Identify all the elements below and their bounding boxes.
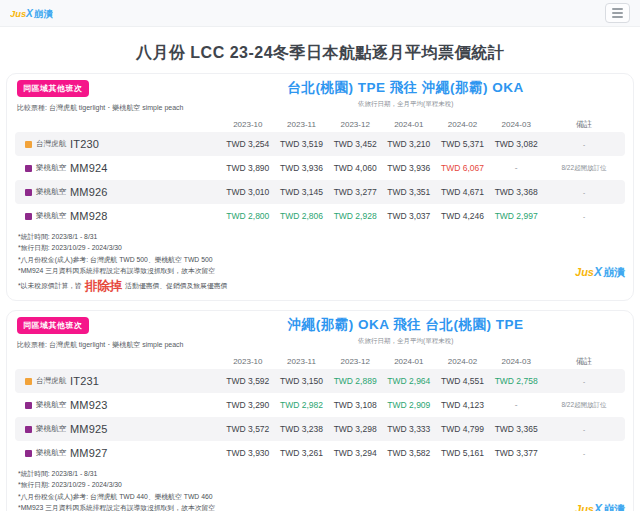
airline-color-marker bbox=[25, 165, 32, 172]
airline-name: 樂桃航空 bbox=[36, 163, 66, 173]
column-header: 2023-11 bbox=[275, 357, 329, 366]
column-header: 2024-02 bbox=[436, 120, 490, 129]
fare-cell: TWD 3,351 bbox=[382, 187, 436, 197]
airline-cell: 樂桃航空MM928 bbox=[15, 210, 221, 222]
airline-color-marker bbox=[25, 213, 32, 220]
fare-cell: TWD 3,936 bbox=[382, 163, 436, 173]
fare-cell: TWD 3,572 bbox=[221, 424, 275, 434]
fare-cell: TWD 2,982 bbox=[275, 400, 329, 410]
remark-cell: 8/22起開放訂位 bbox=[543, 164, 625, 173]
fare-cell: TWD 3,082 bbox=[489, 139, 543, 149]
route-section: 同區域其他班次比較票種: 台灣虎航 tigerlight・樂桃航空 simple… bbox=[6, 310, 634, 511]
footnote-exclude-pre: *以未稅原價計算，皆 bbox=[18, 282, 82, 291]
flight-number: MM926 bbox=[70, 186, 108, 198]
section-header-center: 沖繩(那霸) OKA 飛往 台北(桃園) TPE依旅行日期，全月平均(單程未稅) bbox=[216, 316, 625, 350]
other-flights-badge[interactable]: 同區域其他班次 bbox=[17, 317, 89, 334]
fare-cell: TWD 3,210 bbox=[382, 139, 436, 149]
flight-number: MM924 bbox=[70, 162, 108, 174]
footnote: *統計時間: 2023/8/1 - 8/31 bbox=[18, 470, 625, 479]
flight-number: IT231 bbox=[70, 375, 99, 387]
fare-cell: TWD 2,964 bbox=[382, 376, 436, 386]
airline-name: 樂桃航空 bbox=[36, 187, 66, 197]
footnote: *旅行日期: 2023/10/29 - 2024/3/30 bbox=[18, 481, 625, 490]
section-header: 同區域其他班次比較票種: 台灣虎航 tigerlight・樂桃航空 simple… bbox=[15, 79, 625, 113]
footnote: *八月份稅金(成人)參考: 台灣虎航 TWD 440、樂桃航空 TWD 460 bbox=[18, 493, 625, 502]
fare-cell: TWD 3,145 bbox=[275, 187, 329, 197]
logo-x-plane-icon: X bbox=[594, 502, 602, 511]
airline-cell: 樂桃航空MM923 bbox=[15, 399, 221, 411]
logo-brand-cn: 崩潰 bbox=[603, 266, 625, 278]
column-header: 2023-10 bbox=[221, 357, 275, 366]
airline-color-marker bbox=[25, 450, 32, 457]
airline-cell: 樂桃航空MM926 bbox=[15, 186, 221, 198]
fare-row: 台灣虎航IT231TWD 3,592TWD 3,150TWD 2,889TWD … bbox=[15, 369, 625, 393]
jusx-logo: JusX崩潰 bbox=[575, 499, 625, 511]
topbar: JusX崩潰 bbox=[0, 0, 640, 27]
column-header: 2024-03 bbox=[489, 120, 543, 129]
fare-cell: TWD 3,010 bbox=[221, 187, 275, 197]
fare-cell: TWD 4,246 bbox=[436, 211, 490, 221]
footnote-exclude-highlight: 排除掉 bbox=[85, 278, 123, 294]
flight-number: MM923 bbox=[70, 399, 108, 411]
airline-color-marker bbox=[25, 402, 32, 409]
fare-cell: TWD 3,936 bbox=[275, 163, 329, 173]
logo-x-plane-icon: X bbox=[594, 265, 602, 279]
column-header-row: 2023-102023-112023-122024-012024-022024-… bbox=[15, 353, 625, 369]
fare-cell: TWD 2,909 bbox=[382, 400, 436, 410]
fare-table: 2023-102023-112023-122024-012024-022024-… bbox=[15, 353, 625, 465]
fare-cell: TWD 3,294 bbox=[328, 448, 382, 458]
column-header: 2023-11 bbox=[275, 120, 329, 129]
fare-cell: TWD 4,671 bbox=[436, 187, 490, 197]
fare-cell: TWD 3,592 bbox=[221, 376, 275, 386]
remark-cell: - bbox=[543, 141, 625, 148]
remark-cell: - bbox=[543, 213, 625, 220]
column-header: 2024-01 bbox=[382, 120, 436, 129]
fare-cell: TWD 3,277 bbox=[328, 187, 382, 197]
logo-jus-text: Jus bbox=[575, 266, 594, 278]
route-title: 沖繩(那霸) OKA 飛往 台北(桃園) TPE bbox=[216, 316, 595, 334]
page-title: 八月份 LCC 23-24冬季日本航點逐月平均票價統計 bbox=[0, 43, 640, 64]
section-header-left: 同區域其他班次比較票種: 台灣虎航 tigerlight・樂桃航空 simple… bbox=[15, 316, 216, 350]
flight-number: IT230 bbox=[70, 138, 99, 150]
compare-fares-note: 比較票種: 台灣虎航 tigerlight・樂桃航空 simple peach bbox=[17, 340, 183, 350]
route-title: 台北(桃園) TPE 飛往 沖繩(那霸) OKA bbox=[216, 79, 595, 97]
column-header: 2024-02 bbox=[436, 357, 490, 366]
compare-fares-note: 比較票種: 台灣虎航 tigerlight・樂桃航空 simple peach bbox=[17, 103, 183, 113]
fare-cell: TWD 3,037 bbox=[382, 211, 436, 221]
airline-cell: 樂桃航空MM927 bbox=[15, 447, 221, 459]
footnote-exclude: *以未稅原價計算，皆排除掉活動優惠價、促銷價及旅展優惠價 bbox=[18, 278, 625, 294]
hamburger-icon bbox=[612, 8, 623, 10]
fare-cell: TWD 2,928 bbox=[328, 211, 382, 221]
column-header: 2024-01 bbox=[382, 357, 436, 366]
footnote: *八月份稅金(成人)參考: 台灣虎航 TWD 500、樂桃航空 TWD 500 bbox=[18, 256, 625, 265]
remark-cell: - bbox=[543, 189, 625, 196]
fare-cell: TWD 3,452 bbox=[328, 139, 382, 149]
column-header: 備註 bbox=[543, 356, 625, 367]
airline-color-marker bbox=[25, 378, 32, 385]
fare-cell: TWD 2,800 bbox=[221, 211, 275, 221]
flight-number: MM928 bbox=[70, 210, 108, 222]
airline-name: 樂桃航空 bbox=[36, 211, 66, 221]
airline-cell: 樂桃航空MM925 bbox=[15, 423, 221, 435]
route-subtitle: 依旅行日期，全月平均(單程未稅) bbox=[216, 337, 595, 346]
fare-cell: TWD 3,290 bbox=[221, 400, 275, 410]
fare-row: 樂桃航空MM923TWD 3,290TWD 2,982TWD 3,108TWD … bbox=[15, 393, 625, 417]
column-header: 2023-12 bbox=[328, 120, 382, 129]
menu-button[interactable] bbox=[605, 3, 630, 23]
fare-row: 樂桃航空MM924TWD 3,890TWD 3,936TWD 4,060TWD … bbox=[15, 156, 625, 180]
footnotes: *統計時間: 2023/8/1 - 8/31*旅行日期: 2023/10/29 … bbox=[15, 470, 625, 511]
fare-cell: TWD 5,161 bbox=[436, 448, 490, 458]
fare-cell: TWD 3,519 bbox=[275, 139, 329, 149]
footnote-exclude-post: 活動優惠價、促銷價及旅展優惠價 bbox=[125, 282, 227, 291]
other-flights-badge[interactable]: 同區域其他班次 bbox=[17, 80, 89, 97]
fare-cell: TWD 3,238 bbox=[275, 424, 329, 434]
fare-cell: TWD 2,997 bbox=[489, 211, 543, 221]
footnote: *MM924 三月資料因系統排程設定有誤導致沒抓取到，故本次留空 bbox=[18, 267, 625, 276]
flight-number: MM927 bbox=[70, 447, 108, 459]
airline-name: 台灣虎航 bbox=[36, 376, 66, 386]
airline-color-marker bbox=[25, 141, 32, 148]
column-header: 備註 bbox=[543, 119, 625, 130]
fare-cell: TWD 6,067 bbox=[436, 163, 490, 173]
fare-cell: TWD 3,582 bbox=[382, 448, 436, 458]
airline-cell: 樂桃航空MM924 bbox=[15, 162, 221, 174]
